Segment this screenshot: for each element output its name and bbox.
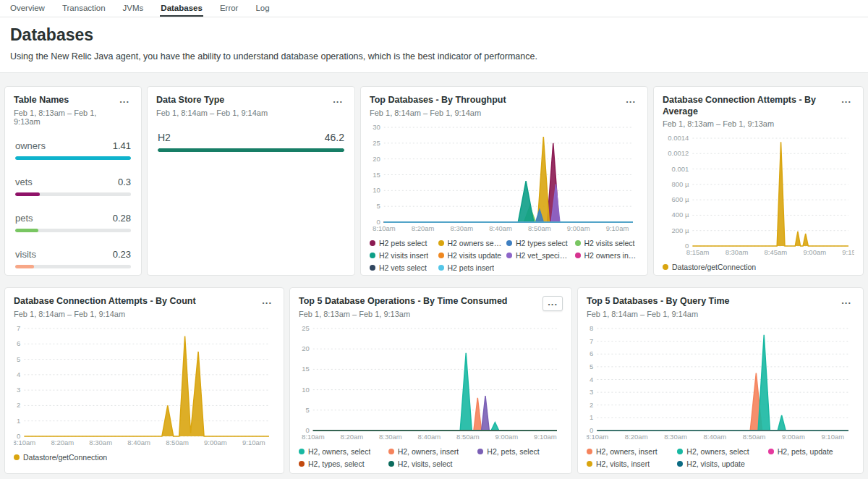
legend-item[interactable]: H2 pets select [370, 239, 434, 247]
bar-fill [15, 229, 38, 232]
legend-item[interactable]: H2, owners, select [299, 447, 384, 456]
bar-value: 0.28 [113, 213, 131, 224]
legend-label: H2, owners, insert [398, 447, 459, 456]
svg-text:8:10am: 8:10am [302, 433, 325, 441]
tab-log[interactable]: Log [255, 0, 270, 17]
legend-item[interactable]: H2 visits update [438, 251, 503, 260]
svg-text:0.001: 0.001 [672, 165, 689, 173]
svg-text:15: 15 [302, 365, 310, 373]
legend-item[interactable]: H2 vet_specialti… [506, 251, 571, 260]
legend-item[interactable]: H2, types, select [299, 459, 384, 468]
legend-item[interactable]: H2, pets, select [477, 447, 563, 456]
bar-label: visits [15, 249, 36, 260]
legend-item[interactable]: H2, pets, update [768, 447, 854, 456]
bar-fill [15, 192, 40, 196]
legend-dot-icon [587, 449, 592, 454]
legend-dot-icon [299, 461, 305, 467]
svg-text:8: 8 [590, 324, 593, 332]
legend-label: H2, pets, update [778, 447, 833, 456]
svg-text:8:40am: 8:40am [127, 438, 150, 446]
legend-dot-icon [370, 253, 375, 258]
bar-label: vets [15, 177, 33, 187]
bar-track [158, 148, 344, 152]
card-timerange: Feb 1, 8:13am – Feb 1, 9:13am [663, 119, 838, 128]
legend-item[interactable]: Datastore/getConnection [14, 453, 275, 462]
legend-item[interactable]: H2, owners, insert [587, 447, 673, 456]
card-title: Database Connection Attempts - By Count [14, 296, 196, 308]
legend-label: H2 visits insert [379, 251, 428, 260]
svg-text:400 µ: 400 µ [671, 211, 689, 219]
legend-label: H2 vet_specialti… [516, 251, 571, 260]
bar-list: H246.2 [156, 132, 346, 152]
legend-item[interactable]: H2 vets select [370, 263, 434, 272]
card-connection-attempts-count: Database Connection Attempts - By Count … [4, 287, 284, 474]
tab-error[interactable]: Error [219, 0, 239, 17]
card-menu-button[interactable]: ... [259, 296, 275, 306]
legend-dot-icon [388, 461, 394, 467]
legend-dot-icon [677, 449, 683, 454]
card-connection-attempts-average: Database Connection Attempts - By Averag… [653, 86, 864, 276]
svg-text:8:40am: 8:40am [703, 433, 726, 441]
card-menu-button[interactable]: ... [623, 95, 639, 105]
legend-label: H2 visits update [448, 251, 502, 260]
card-title: Top 5 Databases - By Query Time [587, 296, 730, 308]
tab-jvms[interactable]: JVMs [122, 0, 145, 17]
card-table-names: Table Names Feb 1, 8:13am – Feb 1, 9:13a… [4, 86, 142, 276]
legend-dot-icon [575, 253, 581, 258]
card-menu-button[interactable]: ... [330, 95, 346, 105]
svg-text:25: 25 [373, 138, 380, 146]
legend-item[interactable]: H2 visits insert [370, 251, 434, 260]
svg-text:2: 2 [590, 400, 593, 408]
svg-text:8:30am: 8:30am [726, 248, 749, 256]
chart-legend: H2 pets selectH2 owners selectH2 types s… [370, 239, 639, 272]
svg-text:9:00am: 9:00am [495, 433, 519, 441]
legend-item[interactable]: H2 pets insert [438, 263, 503, 272]
chart-legend: H2, owners, insertH2, owners, selectH2, … [587, 447, 854, 468]
card-menu-button[interactable]: ... [116, 95, 132, 105]
card-menu-button[interactable]: ... [838, 296, 854, 306]
chart-legend: Datastore/getConnection [14, 453, 275, 462]
bar-value: 1.41 [113, 140, 131, 151]
legend-item[interactable]: H2 owners select [438, 239, 503, 247]
svg-text:8:50am: 8:50am [456, 433, 480, 441]
legend-label: H2, types, select [308, 459, 365, 468]
page-subtitle: Using the New Relic Java agent, you have… [10, 51, 858, 62]
svg-text:9:15am: 9:15am [842, 248, 854, 256]
bar-row: pets0.28 [15, 213, 131, 232]
bar-list: owners1.41vets0.3pets0.28visits0.23 [14, 140, 132, 268]
legend-item[interactable]: H2 types select [506, 239, 571, 247]
svg-text:9:00am: 9:00am [204, 438, 227, 446]
bar-fill [15, 156, 131, 160]
card-menu-button[interactable]: ... [838, 95, 854, 105]
legend-item[interactable]: H2, visits, update [677, 459, 763, 468]
top-nav: Overview Transaction JVMs Databases Erro… [0, 0, 868, 17]
legend-item[interactable]: H2 visits select [575, 239, 639, 247]
svg-text:9:10am: 9:10am [242, 438, 265, 446]
legend-item[interactable]: Datastore/getConnection [663, 263, 854, 271]
legend-item[interactable]: H2, owners, select [677, 447, 763, 456]
tab-overview[interactable]: Overview [9, 0, 46, 17]
bar-fill [158, 148, 344, 152]
legend-dot-icon [506, 240, 512, 246]
card-menu-button[interactable]: ... [542, 296, 563, 311]
legend-item[interactable]: H2, visits, insert [587, 459, 673, 468]
legend-item[interactable]: H2, visits, select [388, 459, 474, 468]
tab-databases[interactable]: Databases [160, 0, 203, 17]
svg-text:20: 20 [373, 154, 380, 162]
chart-legend: Datastore/getConnection [663, 263, 854, 271]
legend-item[interactable]: H2 owners insert [575, 251, 639, 260]
connection-count-area-chart: 012345678:10am8:20am8:30am8:40am8:50am9:… [14, 323, 275, 447]
svg-text:6: 6 [17, 339, 20, 347]
card-row-1: Table Names Feb 1, 8:13am – Feb 1, 9:13a… [0, 86, 868, 276]
tab-transaction[interactable]: Transaction [61, 0, 106, 17]
card-title: Top 5 Database Operations - By Time Cons… [299, 296, 508, 308]
svg-text:7: 7 [590, 336, 593, 344]
legend-item[interactable]: H2, owners, insert [388, 447, 474, 456]
svg-text:8:30am: 8:30am [664, 433, 687, 441]
bar-label: owners [15, 140, 46, 151]
legend-label: H2, owners, select [686, 447, 749, 456]
legend-dot-icon [438, 265, 444, 271]
svg-text:4: 4 [17, 370, 20, 378]
card-timerange: Feb 1, 8:14am – Feb 1, 9:14am [156, 109, 268, 117]
card-row-2: Database Connection Attempts - By Count … [0, 287, 868, 474]
